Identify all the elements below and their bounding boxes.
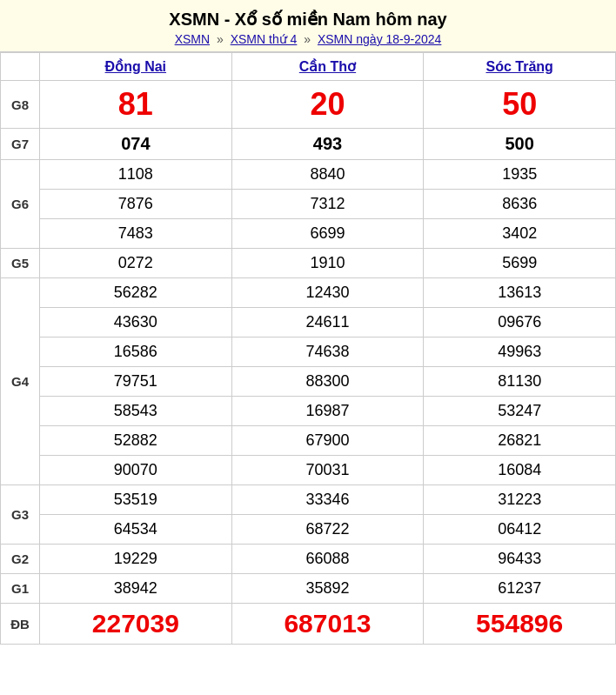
col-header-dong-nai[interactable]: Đồng Nai	[40, 53, 232, 81]
nav-sep-1: »	[217, 32, 224, 46]
row-label-g3: G3	[1, 485, 40, 545]
table-row-db: ĐB 227039 687013 554896	[1, 604, 616, 645]
table-row-g1: G1 38942 35892 61237	[1, 574, 616, 604]
table-row-g4: 43630 24611 09676	[1, 308, 616, 337]
table-row-g8: G8 81 20 50	[1, 81, 616, 129]
g5-soc-trang: 5699	[424, 249, 616, 278]
db-can-tho: 687013	[231, 604, 424, 645]
g2-soc-trang: 96433	[424, 545, 616, 574]
g4-soc-trang-5: 26821	[424, 426, 616, 456]
g4-can-tho-3: 88300	[231, 367, 424, 397]
g1-soc-trang: 61237	[424, 574, 616, 604]
g4-can-tho-5: 67900	[231, 426, 424, 456]
row-label-g2: G2	[1, 545, 40, 574]
g1-can-tho: 35892	[231, 574, 424, 604]
table-row-g6: 7876 7312 8636	[1, 190, 616, 219]
g5-dong-nai: 0272	[40, 249, 232, 278]
table-row-g3: 64534 68722 06412	[1, 515, 616, 545]
g4-soc-trang-6: 16084	[424, 456, 616, 485]
lottery-table: Đồng Nai Cần Thơ Sóc Trăng G8 81 20 50 G…	[0, 52, 616, 645]
g1-dong-nai: 38942	[40, 574, 232, 604]
g8-dong-nai: 81	[40, 81, 232, 129]
table-row-g7: G7 074 493 500	[1, 129, 616, 160]
page-title: XSMN - Xổ số miền Nam hôm nay	[4, 9, 612, 30]
g4-soc-trang-0: 13613	[424, 278, 616, 308]
g3-soc-trang-1: 06412	[424, 515, 616, 545]
g6-soc-trang-0: 1935	[424, 160, 616, 190]
db-dong-nai: 227039	[40, 604, 232, 645]
g4-dong-nai-3: 79751	[40, 367, 232, 397]
nav-link-xsmn[interactable]: XSMN	[175, 32, 210, 46]
g4-dong-nai-2: 16586	[40, 337, 232, 367]
table-row-g4: 90070 70031 16084	[1, 456, 616, 485]
table-row-g6: 7483 6699 3402	[1, 219, 616, 249]
table-header-row: Đồng Nai Cần Thơ Sóc Trăng	[1, 53, 616, 81]
g7-dong-nai: 074	[40, 129, 232, 160]
g8-can-tho: 20	[231, 81, 424, 129]
table-row-g6: G6 1108 8840 1935	[1, 160, 616, 190]
g4-dong-nai-5: 52882	[40, 426, 232, 456]
g4-dong-nai-0: 56282	[40, 278, 232, 308]
g3-dong-nai-1: 64534	[40, 515, 232, 545]
col-header-label	[1, 53, 40, 81]
table-row-g3: G3 53519 33346 31223	[1, 485, 616, 515]
g4-soc-trang-4: 53247	[424, 397, 616, 426]
g4-can-tho-1: 24611	[231, 308, 424, 337]
g7-can-tho: 493	[231, 129, 424, 160]
g2-dong-nai: 19229	[40, 545, 232, 574]
g3-soc-trang-0: 31223	[424, 485, 616, 515]
g3-can-tho-1: 68722	[231, 515, 424, 545]
row-label-g1: G1	[1, 574, 40, 604]
table-row-g5: G5 0272 1910 5699	[1, 249, 616, 278]
g7-soc-trang: 500	[424, 129, 616, 160]
g3-dong-nai-0: 53519	[40, 485, 232, 515]
table-row-g4: 16586 74638 49963	[1, 337, 616, 367]
row-label-g4: G4	[1, 278, 40, 485]
g6-dong-nai-1: 7876	[40, 190, 232, 219]
g4-can-tho-2: 74638	[231, 337, 424, 367]
col-header-can-tho[interactable]: Cần Thơ	[231, 53, 424, 81]
g4-can-tho-6: 70031	[231, 456, 424, 485]
g4-dong-nai-4: 58543	[40, 397, 232, 426]
g4-can-tho-0: 12430	[231, 278, 424, 308]
nav-sep-2: »	[304, 32, 311, 46]
g6-can-tho-1: 7312	[231, 190, 424, 219]
row-label-db: ĐB	[1, 604, 40, 645]
table-row-g4: 58543 16987 53247	[1, 397, 616, 426]
table-row-g4: 79751 88300 81130	[1, 367, 616, 397]
g5-can-tho: 1910	[231, 249, 424, 278]
g4-can-tho-4: 16987	[231, 397, 424, 426]
g4-dong-nai-6: 90070	[40, 456, 232, 485]
col-header-soc-trang[interactable]: Sóc Trăng	[424, 53, 616, 81]
db-soc-trang: 554896	[424, 604, 616, 645]
g8-soc-trang: 50	[424, 81, 616, 129]
g4-soc-trang-3: 81130	[424, 367, 616, 397]
g4-soc-trang-2: 49963	[424, 337, 616, 367]
g3-can-tho-0: 33346	[231, 485, 424, 515]
nav-link-date[interactable]: XSMN ngày 18-9-2024	[318, 32, 441, 46]
g6-soc-trang-1: 8636	[424, 190, 616, 219]
row-label-g7: G7	[1, 129, 40, 160]
g6-can-tho-0: 8840	[231, 160, 424, 190]
breadcrumb: XSMN » XSMN thứ 4 » XSMN ngày 18-9-2024	[4, 32, 612, 46]
g4-soc-trang-1: 09676	[424, 308, 616, 337]
row-label-g5: G5	[1, 249, 40, 278]
g4-dong-nai-1: 43630	[40, 308, 232, 337]
row-label-g6: G6	[1, 160, 40, 249]
nav-link-thu4[interactable]: XSMN thứ 4	[231, 32, 298, 46]
g2-can-tho: 66088	[231, 545, 424, 574]
g6-dong-nai-2: 7483	[40, 219, 232, 249]
g6-soc-trang-2: 3402	[424, 219, 616, 249]
table-row-g4: G4 56282 12430 13613	[1, 278, 616, 308]
page-header: XSMN - Xổ số miền Nam hôm nay XSMN » XSM…	[0, 0, 616, 52]
g6-can-tho-2: 6699	[231, 219, 424, 249]
table-row-g2: G2 19229 66088 96433	[1, 545, 616, 574]
g6-dong-nai-0: 1108	[40, 160, 232, 190]
row-label-g8: G8	[1, 81, 40, 129]
table-row-g4: 52882 67900 26821	[1, 426, 616, 456]
